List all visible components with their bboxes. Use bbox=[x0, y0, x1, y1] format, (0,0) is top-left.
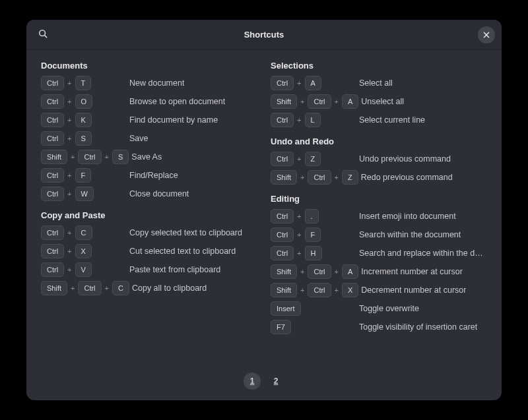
search-icon bbox=[38, 29, 48, 41]
shortcut-row: Ctrl+HSearch and replace within the docu… bbox=[271, 246, 487, 260]
key-plus: + bbox=[67, 171, 72, 179]
shortcut-keys: Ctrl+L bbox=[271, 113, 356, 127]
key-plus: + bbox=[104, 284, 110, 292]
shortcut-row: Shift+Ctrl+XDecrement number at cursor bbox=[271, 283, 487, 297]
svg-line-1 bbox=[45, 35, 48, 38]
shortcut-keys: Shift+Ctrl+C bbox=[41, 281, 129, 295]
key-plus: + bbox=[67, 247, 72, 255]
shortcut-row: Shift+Ctrl+AUnselect all bbox=[271, 94, 487, 109]
shortcut-keys: Shift+Ctrl+A bbox=[271, 264, 358, 279]
key-cap: Ctrl bbox=[271, 152, 294, 166]
shortcut-description: Find document by name bbox=[129, 115, 218, 125]
shortcut-keys: Ctrl+O bbox=[41, 94, 127, 109]
key-plus: + bbox=[334, 98, 339, 105]
key-plus: + bbox=[296, 249, 302, 257]
shortcut-keys: Ctrl+. bbox=[271, 209, 356, 224]
key-cap: C bbox=[112, 281, 129, 295]
key-cap: S bbox=[75, 131, 92, 146]
key-plus: + bbox=[67, 98, 72, 105]
key-cap: Ctrl bbox=[271, 246, 294, 260]
search-button[interactable] bbox=[33, 25, 53, 45]
window-title: Shortcuts bbox=[26, 30, 502, 40]
page-button[interactable]: 2 bbox=[267, 373, 284, 390]
shortcut-row: Ctrl+SSave bbox=[41, 131, 257, 146]
shortcut-keys: Ctrl+S bbox=[41, 131, 127, 146]
key-cap: Shift bbox=[41, 150, 67, 164]
key-cap: Ctrl bbox=[308, 94, 331, 109]
key-plus: + bbox=[67, 266, 72, 274]
shortcut-description: Search and replace within the document bbox=[359, 249, 487, 258]
key-cap: X bbox=[342, 283, 358, 297]
shortcut-description: New document bbox=[129, 78, 184, 88]
shortcut-description: Undo previous command bbox=[359, 154, 451, 164]
key-cap: Ctrl bbox=[78, 150, 101, 164]
shortcut-description: Insert emoji into document bbox=[359, 212, 456, 221]
shortcut-keys: F7 bbox=[271, 320, 356, 334]
key-plus: + bbox=[70, 284, 75, 292]
key-cap: Ctrl bbox=[41, 168, 64, 183]
pager: 12 bbox=[26, 365, 502, 400]
key-cap: Z bbox=[342, 170, 358, 185]
close-icon bbox=[483, 29, 490, 41]
key-plus: + bbox=[334, 286, 339, 294]
key-cap: L bbox=[305, 113, 321, 127]
key-cap: Insert bbox=[271, 301, 301, 316]
shortcut-row: Ctrl+OBrowse to open document bbox=[41, 94, 257, 109]
shortcut-description: Toggle visibility of insertion caret bbox=[359, 322, 477, 332]
key-cap: Ctrl bbox=[41, 94, 64, 109]
key-cap: Ctrl bbox=[41, 76, 64, 90]
key-cap: O bbox=[75, 94, 93, 109]
key-cap: F bbox=[75, 168, 92, 183]
shortcut-row: Shift+Ctrl+ZRedo previous command bbox=[271, 170, 487, 185]
key-cap: F7 bbox=[271, 320, 291, 334]
key-cap: Ctrl bbox=[41, 187, 64, 201]
shortcut-row: Ctrl+ZUndo previous command bbox=[271, 152, 487, 166]
section-title: Selections bbox=[271, 61, 487, 71]
shortcut-keys: Ctrl+W bbox=[41, 187, 127, 201]
shortcut-row: F7Toggle visibility of insertion caret bbox=[271, 320, 487, 334]
svg-point-0 bbox=[40, 30, 46, 36]
shortcut-row: Ctrl+FFind/Replace bbox=[41, 168, 257, 183]
column: SelectionsCtrl+ASelect allShift+Ctrl+AUn… bbox=[271, 61, 487, 359]
shortcut-description: Copy selected text to clipboard bbox=[129, 228, 242, 237]
key-cap: Ctrl bbox=[78, 281, 101, 295]
shortcut-row: Ctrl+FSearch within the document bbox=[271, 227, 487, 242]
key-plus: + bbox=[296, 79, 302, 87]
content-area: DocumentsCtrl+TNew documentCtrl+OBrowse … bbox=[26, 50, 502, 365]
shortcut-description: Search within the document bbox=[359, 230, 461, 239]
shortcut-keys: Ctrl+V bbox=[41, 262, 127, 277]
key-plus: + bbox=[67, 229, 72, 237]
close-button[interactable] bbox=[478, 26, 495, 44]
shortcut-description: Toggle overwrite bbox=[359, 304, 419, 313]
shortcut-row: Ctrl+.Insert emoji into document bbox=[271, 209, 487, 224]
key-plus: + bbox=[67, 79, 72, 87]
shortcut-description: Select all bbox=[359, 78, 393, 88]
key-cap: Ctrl bbox=[308, 264, 331, 279]
shortcut-keys: Ctrl+C bbox=[41, 225, 127, 240]
shortcut-section: Copy and PasteCtrl+CCopy selected text t… bbox=[41, 210, 257, 295]
shortcut-row: Ctrl+ASelect all bbox=[271, 76, 487, 90]
key-cap: Shift bbox=[271, 283, 297, 297]
shortcut-description: Increment number at cursor bbox=[361, 267, 463, 276]
shortcut-keys: Ctrl+X bbox=[41, 244, 127, 258]
key-cap: A bbox=[305, 76, 321, 90]
shortcut-keys: Ctrl+Z bbox=[271, 152, 356, 166]
key-plus: + bbox=[296, 212, 302, 220]
page-button[interactable]: 1 bbox=[244, 373, 261, 390]
shortcut-row: InsertToggle overwrite bbox=[271, 301, 487, 316]
key-plus: + bbox=[300, 286, 305, 294]
shortcut-description: Copy all to clipboard bbox=[132, 284, 207, 293]
shortcut-row: Ctrl+VPaste text from clipboard bbox=[41, 262, 257, 277]
key-plus: + bbox=[296, 155, 302, 163]
key-cap: C bbox=[75, 225, 92, 240]
shortcut-keys: Shift+Ctrl+S bbox=[41, 150, 129, 164]
shortcut-keys: Ctrl+F bbox=[271, 227, 356, 242]
shortcut-keys: Ctrl+K bbox=[41, 113, 127, 127]
section-title: Undo and Redo bbox=[271, 136, 487, 146]
key-cap: Ctrl bbox=[41, 113, 64, 127]
key-cap: Ctrl bbox=[41, 225, 64, 240]
section-title: Editing bbox=[271, 194, 487, 204]
shortcut-row: Shift+Ctrl+CCopy all to clipboard bbox=[41, 281, 257, 295]
shortcut-row: Ctrl+CCopy selected text to clipboard bbox=[41, 225, 257, 240]
key-cap: V bbox=[75, 262, 92, 277]
